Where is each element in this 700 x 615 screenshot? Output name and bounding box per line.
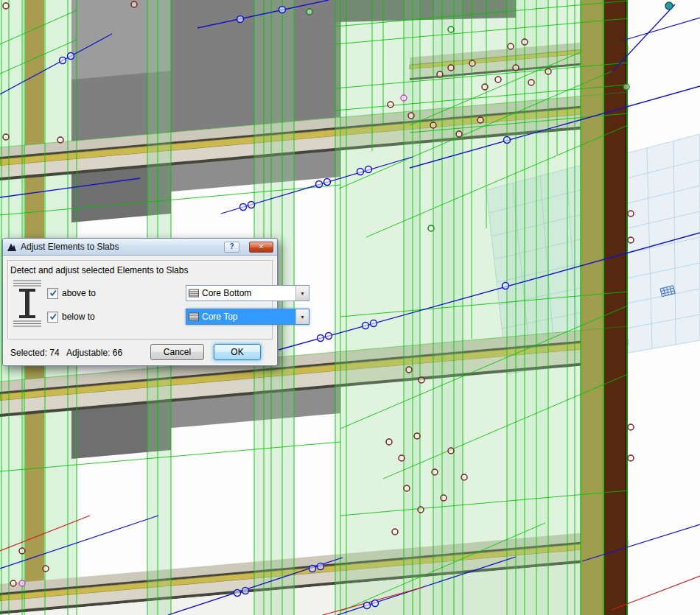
above-to-row: above to Core Bottom ▼ bbox=[47, 286, 137, 301]
dropdown-arrow-icon[interactable]: ▼ bbox=[295, 286, 309, 301]
selected-count: Selected: 74 bbox=[10, 348, 60, 358]
beam-between-slabs-icon bbox=[13, 279, 42, 328]
checkbox-checked-icon[interactable] bbox=[47, 312, 58, 323]
checkmark-icon bbox=[49, 313, 57, 320]
combo-value-area-selected[interactable]: Core Top bbox=[186, 309, 295, 324]
above-to-value: Core Bottom bbox=[202, 288, 251, 298]
below-to-value: Core Top bbox=[202, 312, 237, 322]
arrow-glyph: ▼ bbox=[300, 291, 305, 296]
slab-layers-icon bbox=[189, 289, 199, 298]
checkbox-checked-icon[interactable] bbox=[47, 288, 58, 299]
app-icon bbox=[7, 242, 17, 252]
above-to-combobox[interactable]: Core Bottom ▼ bbox=[186, 285, 309, 301]
cancel-button[interactable]: Cancel bbox=[150, 344, 204, 360]
selection-status: Selected: 74 Adjustable: 66 bbox=[10, 348, 122, 358]
below-to-checkbox[interactable]: below to bbox=[47, 312, 137, 323]
dialog-description: Detect and adjust selected Elements to S… bbox=[10, 265, 188, 275]
below-to-row: below to Core Top ▼ bbox=[47, 309, 137, 324]
above-to-checkbox[interactable]: above to bbox=[47, 288, 137, 299]
below-to-label: below to bbox=[62, 312, 95, 322]
dialog-titlebar[interactable]: Adjust Elements to Slabs ? ✕ bbox=[3, 239, 277, 256]
close-button[interactable]: ✕ bbox=[249, 242, 273, 253]
adjustable-count: Adjustable: 66 bbox=[66, 348, 122, 358]
teal-node-marker bbox=[665, 2, 673, 10]
arrow-glyph: ▼ bbox=[300, 314, 305, 320]
dialog-title: Adjust Elements to Slabs bbox=[21, 242, 224, 252]
adjust-elements-to-slabs-dialog: Adjust Elements to Slabs ? ✕ Detect and … bbox=[2, 238, 278, 366]
right-columns bbox=[581, 0, 628, 615]
above-to-label: above to bbox=[62, 288, 96, 298]
slab-layers-icon bbox=[189, 312, 199, 321]
help-button[interactable]: ? bbox=[224, 242, 239, 253]
dropdown-arrow-icon[interactable]: ▼ bbox=[295, 309, 309, 324]
below-to-combobox[interactable]: Core Top ▼ bbox=[186, 309, 309, 325]
checkmark-icon bbox=[49, 289, 57, 297]
combo-value-area[interactable]: Core Bottom bbox=[186, 286, 295, 301]
ok-button[interactable]: OK bbox=[214, 344, 261, 360]
